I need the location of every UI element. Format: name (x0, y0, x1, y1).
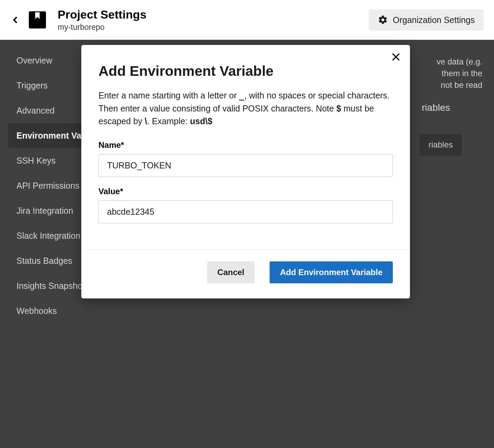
sidebar-item-label: Slack Integration (16, 231, 80, 240)
sidebar-item-label: Jira Integration (16, 206, 73, 215)
title-block: Project Settings my-turborepo (58, 8, 146, 32)
sidebar-item-label: Advanced (16, 106, 55, 115)
bookmark-icon (33, 10, 42, 22)
chevron-left-icon (10, 14, 20, 26)
field-name-group: Name* (98, 140, 393, 177)
organization-settings-label: Organization Settings (393, 15, 475, 25)
organization-settings-button[interactable]: Organization Settings (369, 9, 484, 31)
add-env-var-button[interactable]: Add Environment Variable (270, 261, 393, 283)
modal-description: Enter a name starting with a letter or _… (98, 89, 393, 128)
sidebar-item-label: Triggers (16, 81, 48, 90)
cancel-label: Cancel (217, 268, 245, 277)
modal-body: Add Environment Variable Enter a name st… (81, 63, 410, 249)
modal-footer: Cancel Add Environment Variable (81, 249, 410, 298)
import-variables-label: riables (428, 140, 453, 149)
page-title: Project Settings (58, 8, 146, 21)
modal-close-button[interactable] (391, 52, 401, 63)
sidebar-item-label: SSH Keys (16, 156, 56, 165)
back-button[interactable] (10, 14, 20, 26)
project-icon (29, 11, 46, 28)
field-value-group: Value* (98, 187, 393, 223)
add-env-var-label: Add Environment Variable (280, 268, 383, 277)
gear-icon (378, 15, 388, 25)
sidebar-item-label: Webhooks (16, 306, 57, 316)
sidebar-item-label: API Permissions (16, 181, 79, 190)
topbar-left: Project Settings my-turborepo (10, 8, 146, 32)
add-env-var-modal: Add Environment Variable Enter a name st… (81, 45, 410, 298)
import-variables-button[interactable]: riables (420, 134, 462, 156)
modal-title: Add Environment Variable (98, 63, 393, 80)
topbar: Project Settings my-turborepo Organizati… (0, 0, 494, 40)
field-name-label: Name* (98, 140, 393, 150)
sidebar-item-label: Status Badges (16, 256, 72, 266)
project-name: my-turborepo (58, 23, 146, 32)
sidebar-item-label: Overview (16, 56, 52, 65)
sidebar-item-webhooks[interactable]: Webhooks (8, 298, 146, 323)
env-var-value-input[interactable] (98, 200, 393, 223)
modal-header (81, 45, 410, 63)
cancel-button[interactable]: Cancel (207, 261, 255, 283)
env-var-name-input[interactable] (98, 154, 393, 177)
close-icon (391, 52, 401, 62)
field-value-label: Value* (98, 187, 393, 196)
